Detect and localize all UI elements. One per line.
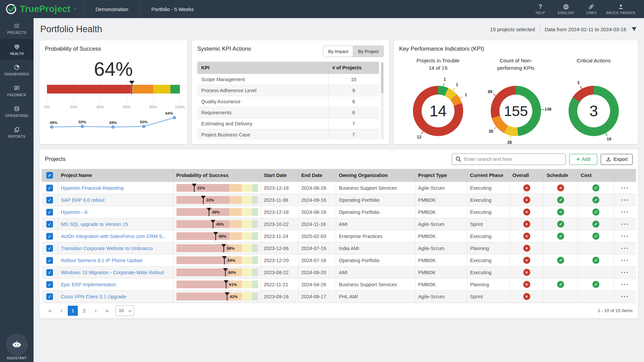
- links-button[interactable]: LINKS: [581, 3, 602, 15]
- help-button[interactable]: ? HELP: [530, 3, 551, 15]
- status-error-icon: ×: [523, 293, 530, 300]
- status-ok-icon: ✓: [592, 196, 599, 203]
- project-link[interactable]: ActOn Integration with SalesForce.com CR…: [61, 234, 166, 239]
- row-checkbox[interactable]: ✓: [46, 209, 53, 216]
- sidebar-item-feedback[interactable]: FEEDBACK: [0, 80, 34, 101]
- project-link[interactable]: SAP ERP 6.0 rollout: [61, 197, 104, 203]
- project-link[interactable]: Hyperion Financial Reporting: [61, 185, 123, 191]
- column-header[interactable]: Project Type: [415, 169, 467, 182]
- probability-bar: 61%: [176, 281, 258, 288]
- previous-page-button[interactable]: ‹: [56, 306, 66, 316]
- column-header[interactable]: Cost: [578, 169, 614, 182]
- row-actions-button[interactable]: ···: [621, 269, 629, 276]
- row-actions-button[interactable]: ···: [621, 197, 629, 203]
- add-button[interactable]: + Add: [569, 154, 597, 165]
- row-actions-button[interactable]: ···: [621, 185, 629, 191]
- count-column-header[interactable]: # of Projects: [328, 62, 379, 74]
- selection-count: 15 projects selected: [490, 26, 535, 32]
- row-actions-button[interactable]: ···: [621, 281, 629, 288]
- column-header[interactable]: Probability of Success: [173, 169, 261, 182]
- kpi-action-row[interactable]: Scope Management10: [197, 74, 379, 85]
- project-link[interactable]: Hyperion - A: [61, 209, 88, 215]
- donut-segment-label: 146: [544, 107, 551, 112]
- start-date: 2023-09-16: [261, 291, 299, 303]
- by-project-button[interactable]: By Project: [353, 46, 383, 57]
- column-header[interactable]: Project Name: [58, 169, 173, 182]
- status-error-icon: ×: [523, 281, 530, 288]
- project-link[interactable]: Transition Corporate Website to Umbracco: [61, 246, 153, 251]
- nav-item-portfolio[interactable]: Portfolio - 5 Weeks: [140, 0, 205, 18]
- last-page-button[interactable]: »: [102, 306, 112, 316]
- row-actions-button[interactable]: ···: [621, 221, 629, 227]
- sidebar-item-operations[interactable]: OPERATIONS: [0, 101, 34, 122]
- column-header[interactable]: End Date: [299, 169, 336, 182]
- column-header[interactable]: Current Phase: [467, 169, 509, 182]
- status-error-icon: ×: [557, 184, 564, 191]
- sidebar-item-reports[interactable]: REPORTS: [0, 122, 34, 143]
- row-checkbox[interactable]: ✓: [46, 245, 53, 252]
- gauge-tick-label: 40%: [96, 105, 104, 109]
- column-header[interactable]: Overall: [509, 169, 544, 182]
- row-checkbox[interactable]: ✓: [46, 257, 53, 264]
- page-button-1[interactable]: 1: [68, 306, 78, 316]
- nav-item-demonstration[interactable]: Demonstration: [84, 0, 140, 18]
- brand-logo[interactable]: TrueProject ™: [0, 3, 84, 15]
- row-checkbox[interactable]: ✓: [46, 221, 53, 228]
- row-actions-button[interactable]: ···: [621, 293, 629, 300]
- row-checkbox[interactable]: ✓: [46, 185, 53, 191]
- kpi-action-row[interactable]: Requirements8: [197, 107, 379, 118]
- projects-table: ✓Project NameProbability of SuccessStart…: [42, 169, 636, 303]
- row-checkbox[interactable]: ✓: [46, 269, 53, 276]
- sidebar-item-dashboards[interactable]: DASHBOARDS: [0, 60, 34, 80]
- page-size-select[interactable]: 10: [115, 305, 134, 316]
- owning-organization: Operating Portfolio: [336, 206, 415, 218]
- status-error-icon: ×: [523, 221, 530, 228]
- user-menu[interactable]: BRUCE HANSEN: [606, 3, 635, 15]
- current-phase: Planning: [467, 279, 509, 291]
- next-page-button[interactable]: ›: [91, 306, 101, 316]
- search-input[interactable]: [452, 154, 566, 165]
- column-header[interactable]: Start Date: [261, 169, 299, 182]
- sidebar-item-projects[interactable]: PROJECTS: [0, 18, 34, 39]
- kpi-action-row[interactable]: Quality Assurance8: [197, 96, 379, 107]
- select-all-checkbox[interactable]: ✓: [46, 172, 53, 179]
- project-link[interactable]: Windows 10 Migration - Corporate-Wide Ro…: [61, 270, 164, 275]
- project-link[interactable]: Cisco VPN Client 3.1 Upgrade: [61, 294, 126, 299]
- donut-segment-label: 89: [488, 89, 492, 94]
- first-page-button[interactable]: «: [45, 306, 55, 316]
- filter-icon[interactable]: [631, 26, 637, 33]
- row-checkbox[interactable]: ✓: [46, 197, 53, 203]
- sidebar-item-health[interactable]: HEALTH: [0, 39, 34, 60]
- assistant-button[interactable]: ASSISTANT: [6, 334, 28, 360]
- kpi-name: Quality Assurance: [197, 96, 328, 107]
- download-icon: [606, 157, 611, 162]
- kpi-action-row[interactable]: Estimating and Delivery7: [197, 118, 379, 129]
- probability-bar: 22%: [176, 184, 258, 192]
- kpi-actions-title: Systemic KPI Actions: [197, 46, 251, 52]
- project-link[interactable]: Rollout Siemens 8.1 IP Phone Update: [61, 258, 143, 263]
- end-date: 2024-08-17: [299, 291, 336, 303]
- row-actions-button[interactable]: ···: [621, 209, 629, 215]
- gauge-segment-orange: [132, 85, 153, 94]
- column-header[interactable]: Owning Organization: [336, 169, 415, 182]
- kpi-action-row[interactable]: Project Business Case7: [197, 129, 379, 140]
- kpi-action-row[interactable]: Process Adherence Level9: [197, 85, 379, 96]
- row-actions-button[interactable]: ···: [621, 257, 629, 263]
- row-actions-button[interactable]: ···: [621, 245, 629, 251]
- column-header[interactable]: Schedule: [544, 169, 578, 182]
- row-checkbox[interactable]: ✓: [46, 233, 53, 240]
- project-link[interactable]: Epic ERP Implementation: [61, 282, 116, 287]
- kpi-column-header[interactable]: KPI: [197, 62, 328, 74]
- language-button[interactable]: ENGLISH: [555, 3, 577, 15]
- row-actions-button[interactable]: ···: [621, 233, 629, 239]
- kpi-card-title: Key Performance Indicators (KPI): [399, 46, 633, 52]
- row-checkbox[interactable]: ✓: [46, 293, 53, 300]
- project-link[interactable]: MS SQL upgrade to Version 15: [61, 222, 128, 227]
- current-phase: Planning: [467, 242, 509, 254]
- projects-footer: «‹12›» 10 1 - 10 of 15 items: [40, 303, 638, 318]
- by-impact-button[interactable]: By Impact: [323, 46, 353, 57]
- page-button-2[interactable]: 2: [79, 306, 89, 316]
- export-button[interactable]: Export: [601, 154, 633, 165]
- row-checkbox[interactable]: ✓: [46, 281, 53, 288]
- kpi-actions-scrollbar[interactable]: [381, 62, 384, 139]
